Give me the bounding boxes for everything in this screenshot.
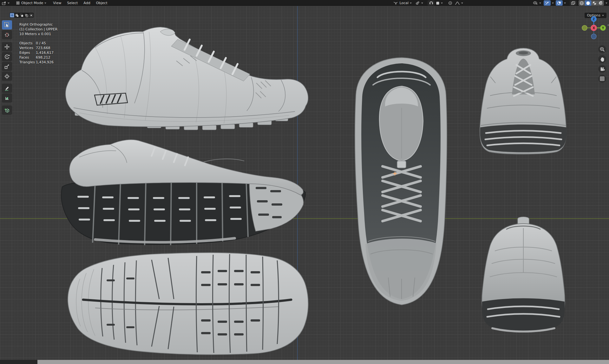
bottom-strip [0, 360, 609, 364]
chevron-down-icon [441, 3, 443, 4]
gizmo-z-label: Z [593, 17, 595, 21]
rendered-shading-icon [599, 1, 603, 5]
tool-move[interactable] [2, 42, 12, 51]
gizmo-y-negative-axis[interactable] [582, 25, 587, 30]
tool-add-cube[interactable] [2, 105, 12, 115]
show-gizmos-toggle[interactable] [544, 0, 551, 6]
shading-material-preview-button[interactable] [591, 0, 598, 6]
measure-icon [4, 95, 10, 101]
pivot-point-icon [416, 1, 420, 5]
shoe-top-view[interactable] [355, 58, 447, 305]
scale-icon [4, 64, 10, 69]
menu-view[interactable]: View [50, 0, 64, 6]
select-mode-intersect-button[interactable] [29, 13, 33, 17]
scene-statistics: Objects0 / 45 Vertices723,668 Edges1,416… [19, 41, 54, 65]
chevron-down-icon [410, 3, 412, 4]
proportional-editing-icon [448, 1, 452, 5]
stat-triangles: Triangles1,434,926 [19, 60, 54, 65]
rotate-icon [4, 54, 10, 60]
transform-icon [4, 73, 10, 79]
cursor-3d-icon [4, 32, 10, 38]
mode-selector[interactable]: Object Mode [14, 0, 48, 6]
xray-icon [571, 1, 575, 5]
shoe-three-quarter-view[interactable] [61, 140, 305, 245]
overlays-dropdown[interactable] [563, 0, 567, 6]
hand-pan-icon [600, 57, 605, 62]
mode-selector-label: Object Mode [21, 1, 43, 5]
menu-select[interactable]: Select [64, 0, 81, 6]
tool-select-box[interactable] [2, 20, 12, 29]
move-icon [4, 44, 10, 50]
top-header: Object Mode View Select Add Object Local [0, 0, 609, 6]
shading-solid-button[interactable] [585, 0, 591, 6]
active-collection: (1) Collection | UPPER [19, 27, 57, 32]
pan-button[interactable] [598, 55, 606, 63]
viewport-text-overlay: Right Orthographic (1) Collection | UPPE… [19, 22, 57, 36]
magnet-icon [429, 1, 433, 5]
zoom-icon [600, 47, 605, 52]
toolbar [2, 20, 12, 115]
shoe-side-view[interactable] [66, 27, 308, 130]
shading-rendered-button[interactable] [598, 0, 604, 6]
xray-toggle[interactable] [570, 0, 577, 6]
annotate-pen-icon [4, 86, 10, 91]
add-cube-icon [4, 107, 10, 113]
object-visibility-dropdown[interactable] [531, 0, 543, 6]
chevron-down-icon [44, 3, 46, 4]
tool-scale[interactable] [2, 62, 12, 71]
solid-shading-icon [586, 1, 590, 5]
shoe-front-view[interactable] [480, 48, 567, 154]
select-mode-subtract-button[interactable] [19, 13, 24, 17]
shoe-sole-bottom-view[interactable] [68, 253, 308, 355]
transform-orientation-label: Local [399, 1, 409, 5]
editor-3d-viewport-icon [2, 1, 6, 5]
gizmos-icon [545, 1, 549, 5]
proportional-falloff-dropdown[interactable] [454, 0, 464, 6]
chevron-down-icon [539, 3, 541, 4]
chevron-down-icon [421, 3, 423, 4]
eye-visibility-icon [533, 1, 538, 5]
shading-dropdown[interactable] [604, 0, 609, 6]
select-mode-invert-button[interactable] [24, 13, 29, 17]
shading-mode-group [579, 0, 604, 6]
snap-toggle[interactable] [428, 0, 435, 6]
select-mode-extend-button[interactable] [15, 13, 19, 17]
select-mode-group [10, 13, 34, 18]
grid-scale: 10 Meters x 0.001 [19, 32, 57, 36]
stat-vertices: Vertices723,668 [19, 46, 54, 50]
tool-measure[interactable] [2, 93, 12, 103]
orthographic-grid-icon [600, 76, 605, 81]
material-preview-shading-icon [592, 1, 597, 5]
shading-wireframe-button[interactable] [579, 0, 585, 6]
sidebar-collapse-arrow[interactable]: ‹ [607, 22, 609, 27]
select-mode-set-button[interactable] [10, 13, 14, 17]
pivot-point-dropdown[interactable] [414, 0, 425, 6]
orientation-icon [393, 1, 398, 5]
gizmos-dropdown[interactable] [551, 0, 555, 6]
menu-object[interactable]: Object [93, 0, 110, 6]
projection-toggle-button[interactable] [598, 75, 606, 83]
navigation-gizmo[interactable]: Z Y X [581, 15, 606, 42]
chevron-down-icon [8, 3, 10, 4]
menu-add[interactable]: Add [81, 0, 93, 6]
snap-settings-dropdown[interactable] [435, 0, 444, 6]
tool-annotate[interactable] [2, 84, 12, 93]
gizmo-z-negative-axis[interactable] [591, 34, 596, 39]
viewport-nav-buttons [598, 45, 606, 83]
falloff-curve-icon [455, 1, 460, 5]
show-overlays-toggle[interactable] [556, 0, 563, 6]
scene-canvas[interactable] [0, 6, 609, 360]
camera-view-button[interactable] [598, 65, 606, 73]
view-name: Right Orthographic [19, 22, 57, 27]
tool-transform[interactable] [2, 72, 12, 81]
wireframe-shading-icon [580, 1, 584, 5]
transform-orientation-dropdown[interactable]: Local [391, 0, 414, 6]
zoom-button[interactable] [598, 45, 606, 53]
tool-rotate[interactable] [2, 52, 12, 61]
shoe-back-view[interactable] [482, 217, 565, 332]
chevron-down-icon [461, 3, 463, 4]
proportional-editing-toggle[interactable] [447, 0, 454, 6]
editor-type-selector[interactable] [0, 0, 11, 6]
viewport-3d[interactable]: Options [0, 6, 609, 360]
tool-cursor[interactable] [2, 30, 12, 39]
